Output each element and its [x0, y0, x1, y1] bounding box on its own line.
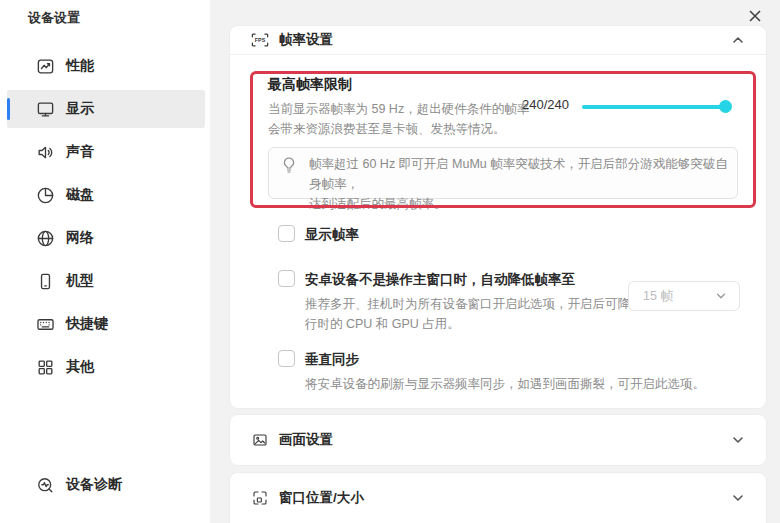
- sidebar-item-label: 机型: [66, 272, 94, 290]
- sidebar-item-label: 磁盘: [66, 186, 94, 204]
- framerate-tip-box: 帧率超过 60 Hz 即可开启 MuMu 帧率突破技术，开启后部分游戏能够突破自…: [268, 147, 738, 199]
- chevron-up-icon[interactable]: [731, 33, 745, 47]
- chevron-down-icon: [715, 290, 727, 302]
- window-size-icon: [251, 490, 269, 506]
- lightbulb-icon: [282, 157, 296, 173]
- section-title: 帧率设置: [279, 31, 333, 49]
- framerate-dropdown-value: 15 帧: [643, 288, 673, 305]
- sidebar: 性能 显示 声音 磁盘 网络: [0, 0, 210, 523]
- auto-lower-framerate-label[interactable]: 安卓设备不是操作主窗口时，自动降低帧率至: [305, 271, 575, 289]
- sidebar-item-label: 显示: [66, 100, 94, 118]
- sidebar-item-device-model[interactable]: 机型: [0, 262, 210, 300]
- close-button[interactable]: [742, 4, 768, 28]
- window-position-section: 窗口位置/大小: [230, 473, 766, 523]
- framerate-value: 240/240: [522, 97, 578, 112]
- window-position-section-header[interactable]: 窗口位置/大小: [230, 473, 766, 523]
- window-title: 设备设置: [28, 9, 80, 27]
- vsync-checkbox[interactable]: [278, 350, 295, 367]
- framerate-slider[interactable]: [582, 98, 728, 114]
- framerate-section-header[interactable]: FPS 帧率设置: [230, 26, 766, 55]
- picture-icon: [251, 432, 269, 448]
- sidebar-item-label: 设备诊断: [66, 476, 122, 494]
- performance-icon: [36, 57, 55, 76]
- diagnosis-icon: [36, 476, 55, 495]
- sidebar-item-shortcuts[interactable]: 快捷键: [0, 305, 210, 343]
- close-icon: [748, 9, 762, 23]
- sidebar-item-performance[interactable]: 性能: [0, 47, 210, 85]
- sidebar-item-label: 其他: [66, 358, 94, 376]
- svg-text:FPS: FPS: [255, 37, 266, 43]
- network-icon: [36, 229, 55, 248]
- framerate-dropdown[interactable]: 15 帧: [628, 281, 740, 311]
- sidebar-item-other[interactable]: 其他: [0, 348, 210, 386]
- picture-section-header[interactable]: 画面设置: [230, 415, 766, 465]
- framerate-section: FPS 帧率设置 最高帧率限制 当前显示器帧率为 59 Hz，超出硬件条件的帧率…: [230, 26, 766, 408]
- display-icon: [36, 100, 55, 119]
- tip-text: 帧率超过 60 Hz 即可开启 MuMu 帧率突破技术，开启后部分游戏能够突破自…: [309, 154, 737, 214]
- sidebar-item-label: 网络: [66, 229, 94, 247]
- sidebar-item-display[interactable]: 显示: [7, 90, 205, 128]
- other-icon: [36, 358, 55, 377]
- picture-section: 画面设置: [230, 415, 766, 465]
- chevron-down-icon[interactable]: [731, 491, 745, 505]
- sidebar-item-disk[interactable]: 磁盘: [0, 176, 210, 214]
- sidebar-item-diagnosis[interactable]: 设备诊断: [0, 466, 210, 504]
- max-framerate-description: 当前显示器帧率为 59 Hz，超出硬件条件的帧率 会带来资源浪费甚至是卡顿、发热…: [268, 99, 529, 139]
- slider-fill: [582, 105, 728, 109]
- sidebar-item-network[interactable]: 网络: [0, 219, 210, 257]
- section-title: 窗口位置/大小: [279, 489, 364, 507]
- chevron-down-icon[interactable]: [731, 433, 745, 447]
- sidebar-nav: 性能 显示 声音 磁盘 网络: [0, 47, 210, 391]
- vsync-description: 将安卓设备的刷新与显示器频率同步，如遇到画面撕裂，可开启此选项。: [305, 374, 705, 394]
- fps-icon: FPS: [251, 32, 269, 48]
- show-framerate-checkbox[interactable]: [278, 225, 295, 242]
- sound-icon: [36, 143, 55, 162]
- auto-lower-framerate-checkbox[interactable]: [278, 270, 295, 287]
- disk-icon: [36, 186, 55, 205]
- sidebar-item-label: 声音: [66, 143, 94, 161]
- settings-content: FPS 帧率设置 最高帧率限制 当前显示器帧率为 59 Hz，超出硬件条件的帧率…: [230, 0, 766, 523]
- sidebar-item-sound[interactable]: 声音: [0, 133, 210, 171]
- slider-handle[interactable]: [719, 100, 732, 113]
- max-framerate-title: 最高帧率限制: [268, 76, 352, 94]
- vsync-label[interactable]: 垂直同步: [305, 351, 359, 369]
- device-model-icon: [36, 272, 55, 291]
- section-title: 画面设置: [279, 431, 333, 449]
- sidebar-item-label: 性能: [66, 57, 94, 75]
- show-framerate-label[interactable]: 显示帧率: [305, 226, 359, 244]
- sidebar-item-label: 快捷键: [66, 315, 108, 333]
- shortcut-icon: [36, 315, 55, 334]
- auto-lower-framerate-description: 推荐多开、挂机时为所有设备窗口开启此选项，开启后可降低运 行时的 CPU 和 G…: [305, 294, 655, 334]
